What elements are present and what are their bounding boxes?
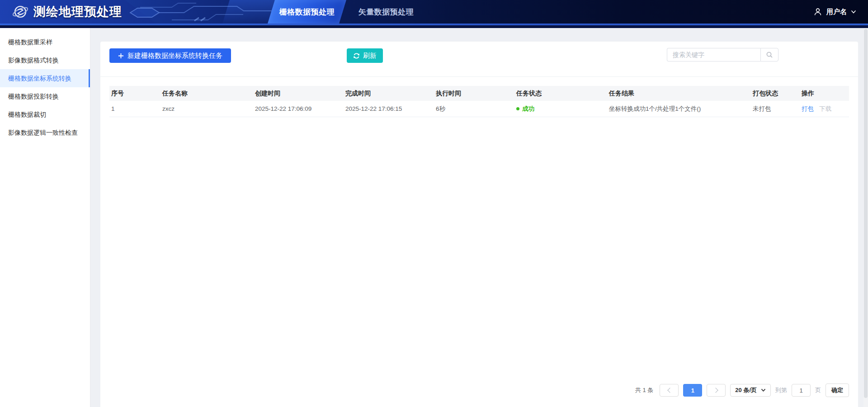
sidebar-item-raster-resample[interactable]: 栅格数据重采样	[0, 33, 90, 51]
cell-status: 成功	[514, 105, 607, 113]
page-size-select[interactable]: 20 条/页	[730, 384, 771, 397]
app-logo: 测绘地理预处理	[12, 0, 122, 24]
globe-emblem-icon	[12, 3, 29, 20]
cell-actions: 打包下载	[800, 105, 849, 113]
next-page-button[interactable]	[707, 384, 726, 397]
chevron-down-icon	[851, 10, 856, 14]
user-name: 用户名	[826, 8, 847, 16]
goto-page-input[interactable]	[792, 384, 811, 397]
cell-duration: 6秒	[434, 105, 514, 113]
col-index: 序号	[109, 90, 160, 98]
col-status: 任务状态	[514, 90, 607, 98]
chevron-left-icon	[667, 388, 672, 393]
pagination-total: 共 1 条	[635, 386, 653, 394]
status-dot-icon	[516, 107, 519, 110]
scrollbar-thumb[interactable]	[864, 29, 868, 398]
user-icon	[813, 7, 822, 16]
user-menu[interactable]: 用户名	[813, 0, 856, 24]
refresh-button[interactable]: 刷新	[347, 48, 383, 63]
col-task-name: 任务名称	[160, 90, 253, 98]
col-result: 任务结果	[607, 90, 751, 98]
table-row: 1 zxcz 2025-12-22 17:06:09 2025-12-22 17…	[109, 101, 849, 117]
header-bottom-strip	[0, 25, 868, 28]
toolbar: 新建栅格数据坐标系统转换任务 刷新	[100, 42, 858, 77]
app-header: 测绘地理预处理 栅格数据预处理 矢量数据预处理 用户名	[0, 0, 868, 28]
new-task-button[interactable]: 新建栅格数据坐标系统转换任务	[109, 48, 231, 63]
task-table: 序号 任务名称 创建时间 完成时间 执行时间 任务状态 任务结果 打包状态 操作…	[109, 86, 849, 117]
confirm-button[interactable]: 确定	[826, 383, 849, 397]
new-task-label: 新建栅格数据坐标系统转换任务	[127, 52, 222, 60]
cell-package-status: 未打包	[751, 105, 800, 113]
status-text: 成功	[522, 105, 534, 112]
vertical-scrollbar[interactable]	[863, 28, 868, 407]
col-created: 创建时间	[253, 90, 344, 98]
prev-page-button[interactable]	[660, 384, 679, 397]
sidebar-item-image-format-convert[interactable]: 影像数据格式转换	[0, 51, 90, 69]
col-package-status: 打包状态	[751, 90, 800, 98]
app-title: 测绘地理预处理	[33, 4, 122, 20]
sidebar-item-raster-clip[interactable]: 栅格数据裁切	[0, 105, 90, 123]
pagination: 共 1 条 1 20 条/页 到第 页 确定	[635, 383, 849, 397]
refresh-label: 刷新	[363, 52, 377, 60]
refresh-icon	[353, 52, 360, 59]
tab-vector-preprocess[interactable]: 矢量数据预处理	[352, 0, 420, 24]
plus-icon	[118, 53, 124, 59]
sidebar-item-image-logic-check[interactable]: 影像数据逻辑一致性检查	[0, 123, 90, 142]
search-group	[667, 48, 778, 62]
tab-label: 矢量数据预处理	[359, 7, 414, 17]
package-link[interactable]: 打包	[802, 105, 814, 112]
sidebar-menu: 栅格数据重采样 影像数据格式转换 栅格数据坐标系统转换 栅格数据投影转换 栅格数…	[0, 28, 90, 407]
page-1-button[interactable]: 1	[683, 384, 702, 397]
search-icon	[766, 51, 773, 58]
sidebar-item-raster-coordsys-convert[interactable]: 栅格数据坐标系统转换	[0, 69, 90, 87]
cell-task-name: zxcz	[160, 105, 253, 112]
content-card: 新建栅格数据坐标系统转换任务 刷新 序号 任务名称	[100, 42, 858, 407]
search-input[interactable]	[667, 48, 760, 62]
download-link-disabled: 下载	[819, 105, 831, 112]
cell-created: 2025-12-22 17:06:09	[253, 105, 344, 112]
tab-label: 栅格数据预处理	[271, 0, 343, 24]
goto-suffix-label: 页	[815, 386, 821, 394]
cell-finished: 2025-12-22 17:06:15	[344, 105, 434, 112]
page-size-value: 20 条/页	[735, 386, 757, 394]
search-button[interactable]	[760, 48, 778, 62]
table-header-row: 序号 任务名称 创建时间 完成时间 执行时间 任务状态 任务结果 打包状态 操作	[109, 86, 849, 101]
cell-index: 1	[109, 105, 160, 112]
sidebar-item-raster-projection-convert[interactable]: 栅格数据投影转换	[0, 87, 90, 105]
tab-raster-preprocess[interactable]: 栅格数据预处理	[268, 0, 346, 24]
goto-prefix-label: 到第	[775, 386, 787, 394]
col-actions: 操作	[800, 90, 849, 98]
col-duration: 执行时间	[434, 90, 514, 98]
chevron-down-icon	[761, 388, 766, 392]
chevron-right-icon	[713, 388, 718, 393]
cell-result: 坐标转换成功1个/共处理1个文件()	[607, 105, 751, 113]
col-finished: 完成时间	[344, 90, 434, 98]
